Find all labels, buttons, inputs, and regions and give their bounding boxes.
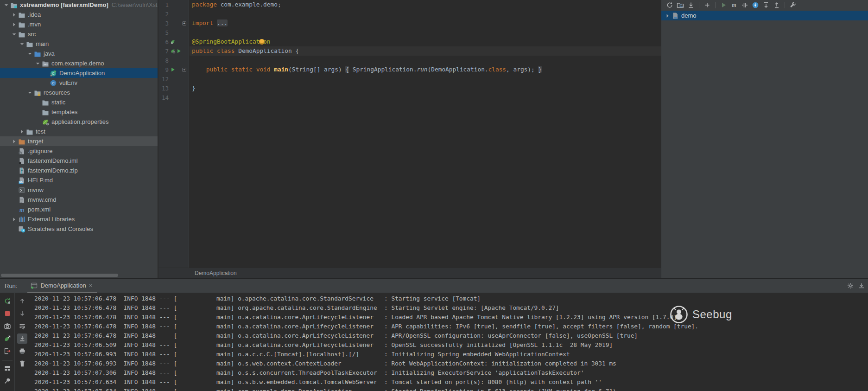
chevron-down-icon[interactable] [26, 89, 33, 96]
tree-item-java[interactable]: java [0, 49, 158, 58]
springboot-gutter-icon[interactable] [170, 39, 176, 45]
collapse-all-icon[interactable] [773, 1, 780, 9]
gear-icon[interactable] [847, 282, 854, 289]
tree-item-static[interactable]: static [0, 97, 158, 107]
editor[interactable]: 123+56789+121314 package com.example.dem… [158, 0, 661, 278]
package-icon [41, 60, 49, 67]
exit-icon[interactable] [2, 346, 13, 356]
add-maven-project-icon[interactable] [703, 1, 711, 9]
tree-item-gitignore[interactable]: .gitignore [0, 146, 158, 156]
code-line-5[interactable] [190, 28, 661, 37]
run-tab-demoapplication[interactable]: DemoApplication × [27, 279, 97, 293]
update-application-icon[interactable] [2, 333, 13, 344]
pin-icon[interactable] [2, 376, 13, 386]
console-output[interactable]: 2020-11-23 10:57:06.478 INFO 1848 --- [ … [34, 294, 868, 391]
code-line-6[interactable]: @SpringBootApplication [190, 37, 661, 46]
scroll-to-end-icon[interactable] [17, 333, 27, 344]
project-tree: xstreamdemo [fasterxmlDemo]C:\seaer\vuln… [0, 0, 158, 234]
layout-icon[interactable] [2, 363, 13, 373]
code-line-1[interactable]: package com.example.demo; [190, 0, 661, 9]
chevron-right-icon[interactable] [11, 216, 18, 223]
generate-sources-icon[interactable] [677, 1, 684, 9]
code-line-9[interactable]: public static void main(String[] args) {… [190, 65, 661, 74]
download-sources-icon[interactable] [687, 1, 695, 9]
run-gutter-icon[interactable] [170, 67, 176, 72]
tree-item-vulenv[interactable]: CvulEnv [0, 78, 158, 88]
code-token: import [192, 19, 217, 26]
chevron-right-icon[interactable] [11, 21, 18, 28]
tree-item-mvn[interactable]: .mvn [0, 19, 158, 29]
chevron-down-icon[interactable] [19, 40, 25, 48]
code-line-13[interactable]: } [190, 83, 661, 93]
clear-icon[interactable] [17, 359, 27, 369]
tree-item-test[interactable]: test [0, 127, 158, 136]
tree-item-src[interactable]: src [0, 29, 158, 39]
tree-item-mvnw-cmd[interactable]: mvnw.cmd [0, 195, 158, 205]
code-area[interactable]: package com.example.demo;import ...@Spri… [190, 0, 661, 268]
chevron-down-icon[interactable] [26, 50, 33, 58]
chevron-down-icon[interactable] [3, 1, 10, 9]
hide-icon[interactable] [858, 282, 865, 289]
maven-node-demo[interactable]: m demo [661, 11, 868, 20]
tree-item-target[interactable]: target [0, 136, 158, 146]
chevron-down-icon[interactable] [34, 60, 41, 67]
tree-item-fasterxmldemo-zip[interactable]: fasterxmlDemo.zip [0, 166, 158, 175]
run-gutter-icon[interactable] [176, 48, 182, 54]
execute-goal-icon[interactable]: m [730, 1, 738, 9]
tree-item-idea[interactable]: .idea [0, 10, 158, 19]
run-header: Run: DemoApplication × [0, 279, 868, 293]
tree-item-mvnw[interactable]: mvnw [0, 185, 158, 195]
maven-settings-icon[interactable] [789, 1, 797, 9]
down-icon[interactable] [17, 308, 27, 319]
tree-item-external-libraries[interactable]: External Libraries [0, 214, 158, 224]
fold-marker-icon[interactable]: + [182, 21, 186, 26]
expand-all-icon[interactable] [762, 1, 770, 9]
chevron-placeholder [11, 186, 18, 194]
seebug-text: Seebug [692, 308, 732, 321]
intention-bulb-icon[interactable] [259, 39, 265, 45]
run-maven-icon[interactable] [720, 1, 727, 9]
tree-item-templates[interactable]: templates [0, 107, 158, 117]
code-line-12[interactable] [190, 74, 661, 83]
chevron-placeholder [34, 109, 41, 116]
breadcrumb[interactable]: DemoApplication [158, 268, 661, 278]
softwrap-icon[interactable] [17, 321, 27, 331]
tree-item-label: .gitignore [28, 147, 52, 154]
refresh-icon[interactable] [666, 1, 673, 9]
chevron-down-icon[interactable] [11, 31, 18, 38]
dump-threads-icon[interactable] [2, 321, 13, 331]
editor-gutter[interactable]: 123+56789+121314 [158, 0, 189, 268]
code-line-3[interactable]: import ... [190, 19, 661, 28]
print-icon[interactable] [17, 346, 27, 356]
tree-item-demoapplication[interactable]: CDemoApplication [0, 68, 158, 78]
code-line-8[interactable] [190, 56, 661, 65]
tree-item-xstreamdemo-fasterxmldemo[interactable]: xstreamdemo [fasterxmlDemo]C:\seaer\vuln… [0, 0, 158, 10]
tree-item-pom-xml[interactable]: mpom.xml [0, 205, 158, 214]
chevron-right-icon[interactable] [11, 138, 18, 145]
offline-mode-icon[interactable] [752, 1, 759, 9]
inspections-eye-icon[interactable] [651, 2, 658, 9]
tree-item-fasterxmldemo-iml[interactable]: fasterxmlDemo.iml [0, 156, 158, 166]
chevron-right-icon[interactable] [664, 12, 671, 19]
chevron-right-icon[interactable] [19, 128, 25, 135]
tree-item-help-md[interactable]: MDHELP.md [0, 175, 158, 185]
close-icon[interactable]: × [89, 282, 93, 289]
rerun-icon[interactable] [2, 296, 13, 306]
code-line-2[interactable] [190, 9, 661, 19]
code-line-14[interactable] [190, 93, 661, 102]
skip-tests-icon[interactable] [741, 1, 748, 9]
tree-item-main[interactable]: main [0, 39, 158, 49]
tree-item-application-properties[interactable]: application.properties [0, 117, 158, 127]
resources-folder-icon [33, 89, 41, 96]
stop-icon[interactable] [2, 308, 13, 319]
tree-item-resources[interactable]: resources [0, 88, 158, 97]
fold-marker-icon[interactable]: + [182, 68, 186, 72]
tree-item-com-example-demo[interactable]: com.example.demo [0, 58, 158, 68]
horizontal-scrollbar[interactable] [1, 274, 118, 277]
spring-bean-gutter-icon[interactable] [170, 48, 176, 54]
tree-item-scratches-and-consoles[interactable]: Scratches and Consoles [0, 224, 158, 234]
up-icon[interactable] [17, 296, 27, 306]
code-line-7[interactable]: public class DemoApplication { [190, 46, 661, 56]
folder-icon [18, 21, 25, 28]
chevron-right-icon[interactable] [11, 11, 18, 19]
